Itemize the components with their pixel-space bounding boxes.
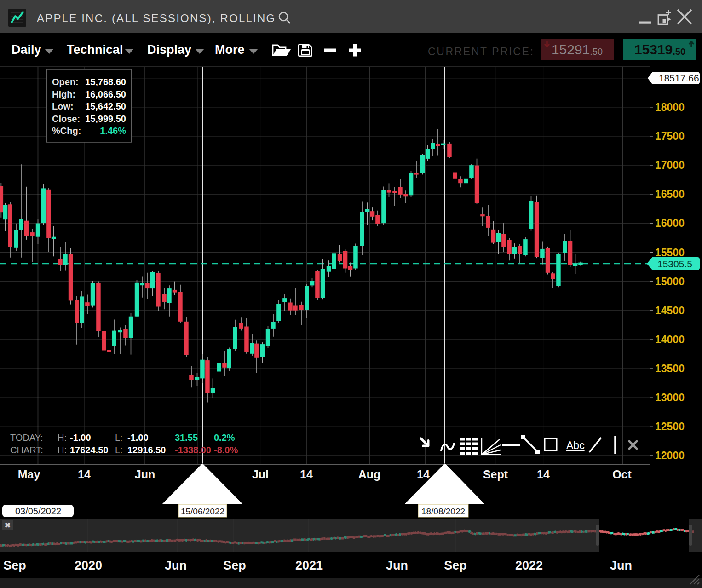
svg-text:12000: 12000 (655, 450, 685, 461)
svg-text:12500: 12500 (655, 421, 685, 432)
svg-text:H:: H: (58, 432, 67, 443)
svg-text:0.2%: 0.2% (214, 432, 235, 443)
svg-text:TODAY:: TODAY: (10, 432, 43, 443)
svg-text:17000: 17000 (655, 159, 685, 171)
svg-text:High:: High: (52, 89, 75, 99)
svg-text:18/08/2022: 18/08/2022 (421, 507, 465, 516)
svg-text:14: 14 (78, 468, 91, 481)
svg-text:03/05/2022: 03/05/2022 (15, 506, 61, 516)
svg-text:18517.66: 18517.66 (659, 73, 699, 83)
svg-text:Jul: Jul (252, 468, 269, 481)
svg-text:15,768.60: 15,768.60 (85, 77, 126, 87)
svg-text:15,642.50: 15,642.50 (85, 101, 126, 111)
svg-text:May: May (18, 468, 40, 481)
svg-text:31.55: 31.55 (175, 432, 198, 443)
svg-text:17500: 17500 (655, 130, 685, 142)
svg-text:16500: 16500 (655, 188, 685, 200)
svg-text:14: 14 (537, 468, 550, 481)
svg-text:12916.50: 12916.50 (127, 445, 166, 455)
svg-text:H:: H: (58, 445, 67, 455)
svg-text:18000: 18000 (655, 101, 685, 113)
svg-text:14: 14 (417, 468, 430, 481)
svg-text:15/06/2022: 15/06/2022 (181, 507, 224, 516)
svg-text:%Chg:: %Chg: (52, 126, 81, 136)
svg-text:Abc: Abc (566, 439, 585, 451)
svg-text:L:: L: (115, 432, 123, 443)
svg-text:Sept: Sept (483, 468, 508, 481)
svg-text:14: 14 (300, 468, 313, 481)
svg-text:16,066.50: 16,066.50 (85, 89, 126, 99)
svg-text:L:: L: (115, 445, 123, 455)
svg-text:-8.0%: -8.0% (214, 445, 238, 455)
svg-text:15000: 15000 (655, 276, 685, 288)
svg-text:Aug: Aug (358, 468, 381, 481)
svg-text:16000: 16000 (655, 217, 685, 229)
svg-text:Oct: Oct (612, 468, 632, 481)
svg-text:14500: 14500 (655, 305, 685, 317)
svg-text:15,999.50: 15,999.50 (85, 114, 126, 124)
svg-text:13000: 13000 (655, 392, 685, 404)
svg-text:-1338.00: -1338.00 (175, 445, 211, 455)
svg-text:17624.50: 17624.50 (70, 445, 108, 455)
svg-text:15305.5: 15305.5 (657, 259, 692, 269)
svg-text:Open:: Open: (52, 77, 79, 87)
svg-text:Close:: Close: (52, 114, 80, 124)
svg-text:-1.00: -1.00 (127, 432, 149, 443)
svg-text:14000: 14000 (655, 334, 685, 346)
svg-text:CHART:: CHART: (10, 445, 43, 455)
svg-text:13500: 13500 (655, 363, 685, 375)
svg-text:Low:: Low: (52, 101, 74, 111)
svg-text:1.46%: 1.46% (100, 126, 126, 136)
svg-text:-1.00: -1.00 (70, 432, 91, 443)
svg-text:Jun: Jun (135, 468, 155, 481)
svg-text:15500: 15500 (655, 247, 685, 259)
